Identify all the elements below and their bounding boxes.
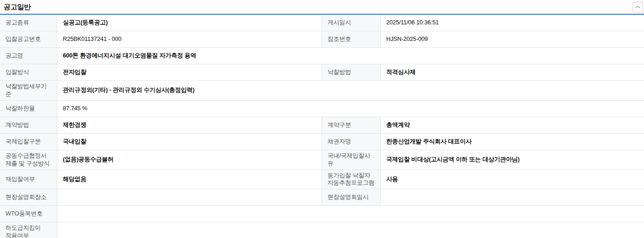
field-label: 국내/국제입찰사유 (322, 150, 381, 170)
field-value (57, 206, 644, 222)
field-label: 공고종류 (0, 15, 57, 31)
field-label: 국제입찰구분 (0, 134, 57, 150)
field-value: HJSN-2025-009 (381, 31, 644, 47)
chevron-up-icon (635, 6, 640, 9)
field-label: WTO품목번호 (0, 206, 57, 222)
field-label: 현장설명회장소 (0, 189, 57, 205)
field-label: 낙찰방법세부기준 (0, 81, 57, 100)
field-label: 하도급지킴이 적용여부 (0, 222, 57, 238)
field-value: 87.745 % (57, 101, 644, 117)
field-value: 국내입찰 (57, 134, 322, 150)
field-label: 현장설명회일시 (322, 189, 381, 205)
field-label: 게시일시 (322, 15, 381, 31)
table-row: 하도급지킴이 적용여부 (0, 222, 644, 238)
field-label: 계약구분 (322, 117, 381, 133)
field-value: 전자입찰 (57, 64, 322, 80)
field-value: (없음)공동수급불허 (57, 150, 322, 170)
field-value: R25BK01137241 - 000 (57, 31, 322, 47)
table-row: 낙찰방법세부기준관리규정외(기타) - 관리규정외 수기심사(총점입력) (0, 81, 644, 101)
field-value: 한종산업개발 주식회사 대표이사 (381, 134, 644, 150)
field-label: 낙찰방법 (322, 64, 381, 80)
field-value: 국제입찰 비대상(고시금액 이하 또는 대상기관아님) (381, 150, 644, 170)
table-row: 재입찰여부해당없음동가입찰 낙찰자 자동추첨프로그램사용 (0, 170, 644, 190)
field-value: 관리규정외(기타) - 관리규정외 수기심사(총점입력) (57, 81, 644, 100)
field-value: 실공고(등록공고) (57, 15, 322, 31)
panel-header: 공고일반 (0, 0, 644, 14)
field-value (57, 222, 644, 238)
field-label: 채권자명 (322, 134, 381, 150)
field-value: 적격심사제 (381, 64, 644, 80)
field-value: 총액계약 (381, 117, 644, 133)
field-value: 600톤 환경에너지시설 대기오염물질 자가측정 용역 (57, 48, 644, 64)
field-value (57, 189, 322, 205)
field-label: 재입찰여부 (0, 170, 57, 189)
table-row: 낙찰하한율87.745 % (0, 101, 644, 117)
field-label: 계약방법 (0, 117, 57, 133)
collapse-panel-button[interactable] (633, 2, 643, 12)
field-value (381, 189, 644, 205)
field-value: 사용 (381, 170, 644, 189)
table-row: 현장설명회장소현장설명회일시 (0, 189, 644, 206)
table-row: WTO품목번호 (0, 206, 644, 222)
announcement-general-panel: 공고일반 공고종류실공고(등록공고)게시일시2025/11/06 10:36:5… (0, 0, 644, 238)
table-row: 공고명600톤 환경에너지시설 대기오염물질 자가측정 용역 (0, 48, 644, 64)
field-label: 입찰방식 (0, 64, 57, 80)
field-value: 2025/11/06 10:36:51 (381, 15, 644, 31)
table-row: 공동수급협정서 제출 및 구성방식(없음)공동수급불허국내/국제입찰사유국제입찰… (0, 150, 644, 170)
field-label: 공고명 (0, 48, 57, 64)
field-label: 낙찰하한율 (0, 101, 57, 117)
field-label: 공동수급협정서 제출 및 구성방식 (0, 150, 57, 170)
table-row: 계약방법제한경쟁계약구분총액계약 (0, 117, 644, 134)
field-label: 참조번호 (322, 31, 381, 47)
field-label: 입찰공고번호 (0, 31, 57, 47)
page-title: 공고일반 (4, 3, 31, 11)
table-row: 국제입찰구분국내입찰채권자명한종산업개발 주식회사 대표이사 (0, 134, 644, 150)
table-row: 입찰방식전자입찰낙찰방법적격심사제 (0, 64, 644, 81)
table-row: 입찰공고번호R25BK01137241 - 000참조번호HJSN-2025-0… (0, 31, 644, 48)
announcement-info-table: 공고종류실공고(등록공고)게시일시2025/11/06 10:36:51입찰공고… (0, 14, 644, 238)
field-value: 제한경쟁 (57, 117, 322, 133)
field-label: 동가입찰 낙찰자 자동추첨프로그램 (322, 170, 381, 189)
table-row: 공고종류실공고(등록공고)게시일시2025/11/06 10:36:51 (0, 15, 644, 31)
field-value: 해당없음 (57, 170, 322, 189)
